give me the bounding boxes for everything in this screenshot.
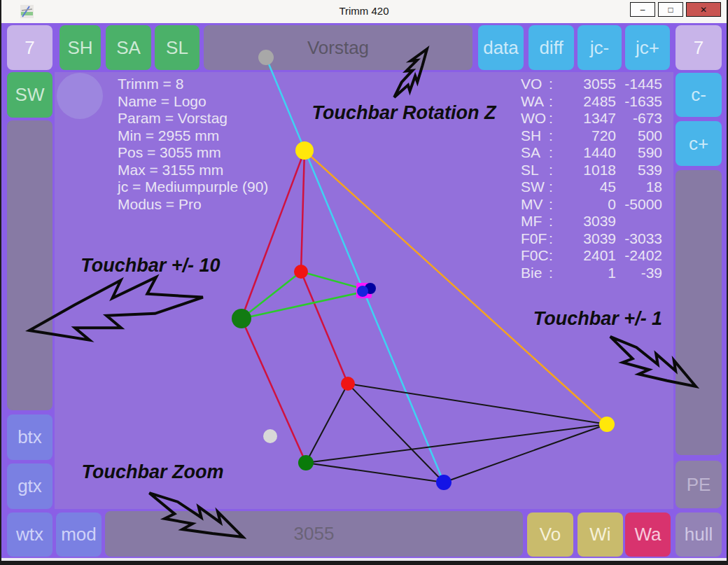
diagram-node-green-lower[interactable]	[298, 455, 314, 470]
data-table-cell: 500	[616, 127, 662, 145]
diagram-edge	[241, 293, 360, 319]
data-table-cell: :	[549, 247, 559, 265]
diagram-edge	[301, 151, 304, 272]
diagram-edge	[306, 384, 348, 463]
wi-button[interactable]: Wi	[578, 512, 623, 557]
sw-button[interactable]: SW	[7, 72, 52, 118]
left-touchbar[interactable]	[7, 120, 52, 410]
hull-button[interactable]: hull	[676, 512, 722, 557]
data-table-cell: -39	[616, 265, 662, 282]
jc-minus-button[interactable]: jc-	[578, 25, 622, 70]
diagram-node-yellow-upper[interactable]	[295, 141, 314, 160]
info-line: Pos = 3055 mm	[118, 144, 268, 162]
close-button[interactable]: ✕	[686, 2, 721, 17]
data-table-row: F0F:3039-3033	[521, 230, 662, 248]
data-table-cell: 1	[559, 265, 616, 282]
info-line: jc = Mediumpurple (90)	[118, 179, 268, 196]
data-table-cell: 720	[559, 127, 616, 145]
maximize-button[interactable]: □	[658, 2, 683, 17]
data-table-cell: 18	[616, 179, 662, 196]
info-line: Max = 3155 mm	[118, 162, 268, 179]
data-table-cell: -673	[616, 110, 662, 127]
data-table-cell: 539	[616, 162, 662, 179]
info-line: Trimm = 8	[118, 76, 268, 93]
pe-button[interactable]: PE	[676, 461, 722, 508]
data-table-cell: F0F	[521, 230, 549, 248]
data-table-cell: WO	[521, 110, 549, 127]
diagram-node-yellow-right[interactable]	[599, 417, 615, 432]
data-table-row: F0C:2401-2402	[521, 247, 662, 265]
data-table-cell: :	[549, 162, 559, 179]
data-table-cell: MF	[521, 213, 549, 230]
data-table-cell: :	[549, 76, 559, 93]
diff-button[interactable]: diff	[528, 25, 574, 70]
diagram-node-selected-node[interactable]	[356, 283, 372, 298]
c-plus-button[interactable]: c+	[676, 121, 722, 166]
jc-plus-button[interactable]: jc+	[625, 25, 670, 70]
zoom-touchbar-value[interactable]: 3055	[105, 511, 523, 557]
minimize-button[interactable]: –	[630, 2, 655, 17]
data-table-cell: :	[549, 110, 559, 127]
info-panel: Trimm = 8Name = LogoParam = VorstagMin =…	[118, 76, 268, 213]
sh-button[interactable]: SH	[59, 25, 101, 70]
data-table-cell: WA	[521, 93, 549, 111]
window-title: Trimm 420	[1, 5, 727, 17]
diagram-node-red-lower[interactable]	[341, 377, 355, 391]
data-table: VO:3055-1445WA:2485-1635WO:1347-673SH:72…	[521, 76, 662, 281]
btx-button[interactable]: btx	[7, 414, 52, 460]
data-table-cell: 1440	[559, 144, 616, 162]
gtx-button[interactable]: gtx	[7, 463, 52, 509]
sa-button[interactable]: SA	[106, 25, 151, 70]
data-table-row: SA:1440590	[521, 144, 662, 162]
data-table-cell: SA	[521, 144, 549, 162]
info-line: Param = Vorstag	[118, 110, 268, 127]
annotation-rotation-z: Touchbar Rotation Z	[292, 102, 516, 124]
info-line: Name = Logo	[118, 93, 268, 111]
data-table-cell: :	[549, 93, 559, 111]
data-table-cell: 2485	[559, 93, 616, 111]
preset-button-left[interactable]: 7	[7, 25, 52, 70]
diagram-edge	[348, 384, 444, 482]
diagram-node-white-dot[interactable]	[263, 429, 277, 443]
touch-indicator-circle	[57, 73, 103, 119]
mod-button[interactable]: mod	[56, 512, 102, 557]
wa-button[interactable]: Wa	[625, 512, 671, 557]
data-table-cell: :	[549, 179, 559, 196]
right-touchbar[interactable]	[676, 170, 722, 455]
sl-button[interactable]: SL	[155, 25, 200, 70]
data-table-cell: SH	[521, 127, 549, 145]
data-table-cell: 0	[559, 196, 616, 214]
data-table-cell: -2402	[616, 247, 662, 265]
diagram-node-green-left[interactable]	[232, 309, 251, 328]
data-table-cell: 1347	[559, 110, 616, 127]
diagram-edge	[301, 272, 348, 384]
diagram-edge	[301, 272, 361, 288]
diagram-node-blue-node[interactable]	[436, 475, 451, 490]
c-minus-button[interactable]: c-	[676, 73, 722, 117]
param-header-touchbar[interactable]: Vorstag	[204, 25, 472, 70]
data-table-cell: SL	[521, 162, 549, 179]
data-table-cell: :	[549, 265, 559, 282]
data-table-cell: MV	[521, 196, 549, 214]
data-table-row: WO:1347-673	[521, 110, 662, 127]
diagram-edge	[348, 384, 607, 424]
info-line: Min = 2955 mm	[118, 127, 268, 145]
data-table-cell: :	[549, 213, 559, 230]
titlebar[interactable]: Trimm 420 – □ ✕	[1, 0, 727, 23]
data-table-cell: 1018	[559, 162, 616, 179]
annotation-plus-minus-10: Touchbar +/- 10	[38, 255, 262, 277]
data-table-row: SW:4518	[521, 179, 662, 196]
data-table-row: VO:3055-1445	[521, 76, 662, 93]
data-table-cell: 3055	[559, 76, 616, 93]
data-table-cell: :	[549, 127, 559, 145]
data-button[interactable]: data	[478, 25, 524, 70]
data-table-cell: 2401	[559, 247, 616, 265]
window-border-bottom	[0, 561, 728, 565]
selected-node-inner-dot	[365, 283, 376, 294]
app-window: Trimm 420 – □ ✕ 7 SH SA SL Vorstag data …	[0, 0, 728, 565]
diagram-node-red-mid[interactable]	[294, 265, 308, 279]
diagram-edge	[241, 319, 306, 463]
wtx-button[interactable]: wtx	[7, 512, 52, 557]
preset-button-right[interactable]: 7	[676, 25, 722, 70]
vo-button[interactable]: Vo	[527, 512, 573, 557]
